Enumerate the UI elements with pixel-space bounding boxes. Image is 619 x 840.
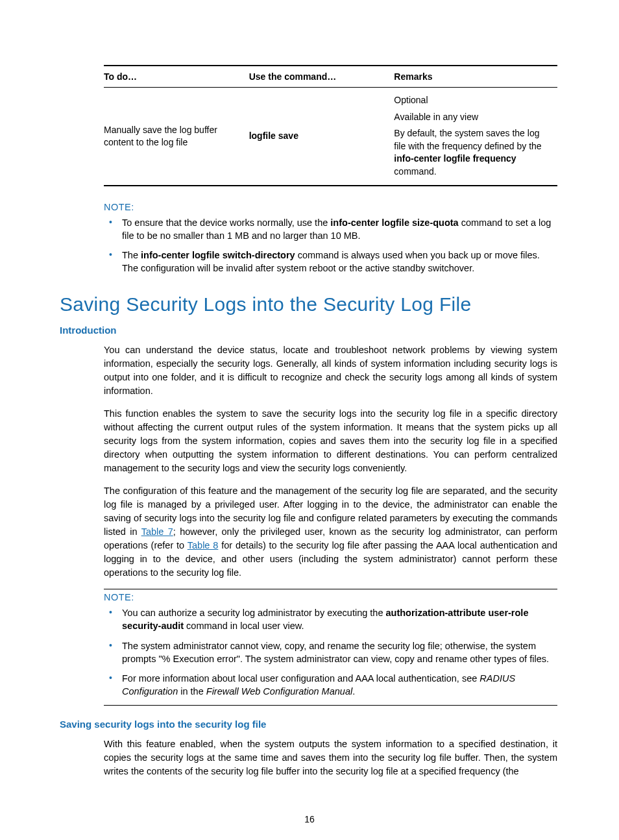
page-number: 16 (0, 814, 619, 824)
note-item: To ensure that the device works normally… (119, 216, 557, 243)
note-item: The system administrator cannot view, co… (119, 639, 557, 666)
intro-heading: Introduction (60, 325, 557, 336)
cell-command: logfile save (249, 88, 394, 186)
table-row: Manually save the log buffer content to … (104, 88, 557, 186)
note-label: NOTE: (104, 202, 557, 212)
note-divider-bottom (104, 705, 557, 706)
th-remarks: Remarks (394, 66, 557, 88)
th-todo: To do… (104, 66, 249, 88)
body-paragraph: This function enables the system to save… (104, 407, 557, 475)
cell-remarks: Optional Available in any view By defaul… (394, 88, 557, 186)
note-item: The info-center logfile switch-directory… (119, 249, 557, 275)
table7-link[interactable]: Table 7 (141, 526, 173, 537)
table8-link[interactable]: Table 8 (188, 540, 219, 550)
remarks-line1: Optional (394, 94, 552, 107)
body-paragraph: You can understand the device status, lo… (104, 343, 557, 398)
note-block-1: NOTE: To ensure that the device works no… (104, 202, 557, 275)
remarks-line3: By default, the system saves the log fil… (394, 127, 552, 178)
note-label: NOTE: (104, 592, 557, 602)
remarks-line2: Available in any view (394, 111, 552, 124)
command-table: To do… Use the command… Remarks Manually… (104, 65, 557, 186)
note-item: For more information about local user co… (119, 672, 557, 698)
subsection-heading: Saving security logs into the security l… (60, 719, 557, 730)
note-divider-top (104, 589, 557, 589)
cell-todo: Manually save the log buffer content to … (104, 88, 249, 186)
note-item: You can authorize a security log adminis… (119, 606, 557, 633)
note-block-2: NOTE: You can authorize a security log a… (104, 592, 557, 698)
body-paragraph: With this feature enabled, when the syst… (104, 737, 557, 778)
body-paragraph: The configuration of this feature and th… (104, 484, 557, 580)
section-heading: Saving Security Logs into the Security L… (60, 293, 557, 315)
th-command: Use the command… (249, 66, 394, 88)
